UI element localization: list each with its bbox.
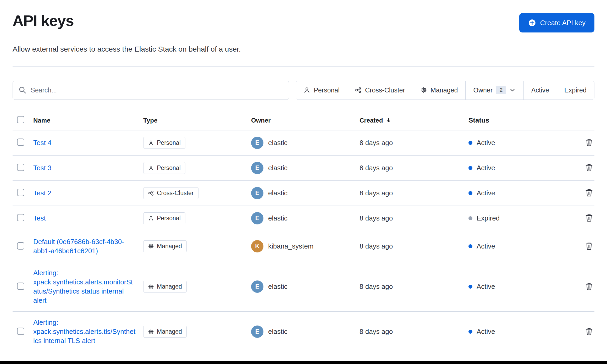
- type-badge-label: Personal: [157, 139, 181, 146]
- filter-group: Personal Cross-Cluster Managed Owner 2 A…: [296, 81, 594, 100]
- delete-button[interactable]: [584, 241, 594, 252]
- filter-cross-cluster[interactable]: Cross-Cluster: [347, 81, 413, 100]
- api-keys-page: API keys Create API key Allow external s…: [0, 0, 607, 364]
- column-header-status: Status: [468, 116, 578, 124]
- table-row: Alerting: xpack.synthetics.alerts.monito…: [13, 262, 594, 312]
- type-badge-label: Personal: [157, 215, 181, 222]
- api-key-name-link[interactable]: Test 3: [33, 163, 51, 173]
- create-api-key-label: Create API key: [540, 19, 586, 27]
- owner-avatar: E: [251, 326, 263, 338]
- api-key-name-link[interactable]: Alerting: xpack.synthetics.alerts.monito…: [33, 268, 136, 305]
- delete-button[interactable]: [584, 326, 594, 338]
- person-icon: [303, 87, 310, 93]
- column-header-owner: Owner: [251, 117, 360, 124]
- gear-icon: [420, 87, 427, 93]
- delete-button[interactable]: [584, 137, 594, 148]
- row-checkbox[interactable]: [17, 328, 24, 335]
- page-header: API keys Create API key: [13, 0, 594, 32]
- sort-down-icon: [385, 117, 392, 124]
- api-key-name-link[interactable]: Test 2: [33, 189, 51, 198]
- api-key-name-link[interactable]: Test 4: [33, 138, 51, 147]
- api-key-name-link[interactable]: Alerting: xpack.synthetics.alerts.tls/Sy…: [33, 318, 136, 345]
- created-cell: 8 days ago: [360, 283, 468, 291]
- cross-cluster-icon: [355, 87, 362, 93]
- header-divider: [13, 66, 594, 67]
- table-row: Test 2 Cross-Cluster E elastic 8 days ag…: [13, 181, 594, 206]
- filter-personal-label: Personal: [314, 86, 340, 94]
- filter-managed-label: Managed: [431, 86, 458, 94]
- type-badge: Managed: [143, 240, 187, 252]
- owner-name: elastic: [268, 189, 288, 197]
- owner-avatar: E: [251, 280, 263, 293]
- status-label: Active: [477, 164, 495, 172]
- created-cell: 8 days ago: [360, 328, 468, 336]
- table-row: Test Personal E elastic 8 days ago Expir…: [13, 206, 594, 231]
- delete-button[interactable]: [584, 212, 594, 224]
- owner-avatar: E: [251, 137, 263, 149]
- trash-icon: [585, 163, 593, 172]
- status-label: Active: [477, 189, 495, 197]
- trash-icon: [585, 282, 593, 291]
- status-label: Active: [477, 328, 495, 336]
- created-cell: 8 days ago: [360, 214, 468, 222]
- row-checkbox[interactable]: [17, 283, 24, 290]
- type-badge-label: Managed: [157, 283, 182, 290]
- page-subtitle: Allow external services to access the El…: [13, 44, 594, 55]
- delete-button[interactable]: [584, 162, 594, 174]
- plus-circle-icon: [528, 19, 536, 27]
- type-badge-label: Managed: [157, 328, 182, 335]
- trash-icon: [585, 242, 593, 250]
- filter-managed[interactable]: Managed: [413, 81, 466, 100]
- create-api-key-button[interactable]: Create API key: [519, 13, 594, 32]
- gear-icon: [148, 243, 154, 249]
- api-key-name-link[interactable]: Default (0e67686b-63cf-4b30-abb1-a46be61…: [33, 237, 136, 256]
- toolbar: Personal Cross-Cluster Managed Owner 2 A…: [13, 81, 594, 100]
- owner-avatar: E: [251, 212, 263, 224]
- delete-button[interactable]: [584, 281, 594, 293]
- owner-name: elastic: [268, 139, 288, 147]
- owner-name: elastic: [268, 164, 288, 172]
- cross-cluster-icon: [148, 190, 154, 196]
- page-title: API keys: [13, 12, 74, 30]
- table-row: Test 4 Personal E elastic 8 days ago Act…: [13, 130, 594, 156]
- filter-owner[interactable]: Owner 2: [466, 81, 523, 100]
- row-checkbox[interactable]: [17, 242, 24, 250]
- api-keys-table: Name Type Owner Created Status Test 4 Pe…: [13, 111, 594, 352]
- column-header-created-label: Created: [360, 117, 383, 124]
- row-checkbox[interactable]: [17, 164, 24, 171]
- row-checkbox[interactable]: [17, 214, 24, 221]
- created-cell: 8 days ago: [360, 139, 468, 147]
- trash-icon: [585, 327, 593, 336]
- filter-active[interactable]: Active: [524, 81, 557, 100]
- row-checkbox[interactable]: [17, 139, 24, 146]
- type-badge-label: Personal: [157, 164, 181, 172]
- search-input[interactable]: [31, 86, 283, 94]
- owner-avatar: E: [251, 187, 263, 199]
- filter-personal[interactable]: Personal: [296, 81, 347, 100]
- column-header-type: Type: [143, 117, 251, 124]
- person-icon: [148, 140, 154, 146]
- gear-icon: [148, 329, 154, 335]
- owner-name: elastic: [268, 328, 288, 336]
- person-icon: [148, 165, 154, 171]
- filter-expired[interactable]: Expired: [557, 81, 594, 100]
- type-badge: Personal: [143, 212, 185, 224]
- owner-avatar: E: [251, 162, 263, 174]
- status-dot: [468, 141, 472, 145]
- filter-expired-label: Expired: [564, 86, 587, 94]
- owner-avatar: K: [251, 240, 263, 252]
- filter-owner-label: Owner: [473, 86, 493, 94]
- column-header-created[interactable]: Created: [360, 117, 468, 124]
- status-dot: [468, 285, 472, 289]
- created-cell: 8 days ago: [360, 189, 468, 197]
- type-badge: Cross-Cluster: [143, 187, 198, 199]
- trash-icon: [585, 138, 593, 147]
- filter-active-label: Active: [531, 86, 549, 94]
- row-checkbox[interactable]: [17, 189, 24, 196]
- trash-icon: [585, 188, 593, 197]
- table-row: Test 3 Personal E elastic 8 days ago Act…: [13, 156, 594, 181]
- status-dot: [468, 191, 472, 195]
- delete-button[interactable]: [584, 187, 594, 199]
- select-all-checkbox[interactable]: [17, 116, 24, 123]
- api-key-name-link[interactable]: Test: [33, 214, 46, 223]
